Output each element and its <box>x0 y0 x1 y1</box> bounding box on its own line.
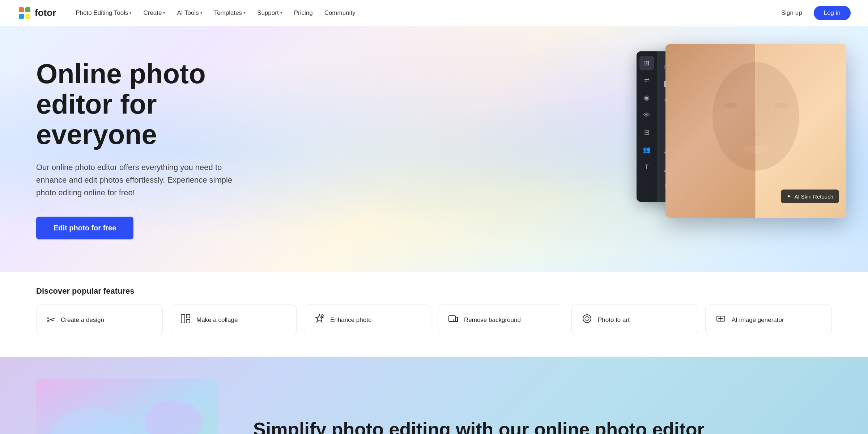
sidebar-people-icon[interactable]: 👥 <box>639 142 654 157</box>
feature-photo-to-art[interactable]: Photo to art <box>571 305 698 335</box>
svg-point-5 <box>712 62 799 171</box>
sidebar-text-icon[interactable]: T <box>639 160 654 174</box>
feature-create-design[interactable]: ✂ Create a design <box>36 305 163 335</box>
ai-badge-label: AI Skin Retouch <box>794 193 833 200</box>
photo-art-label: Photo to art <box>598 316 630 324</box>
sidebar-grid-icon[interactable]: ⊞ <box>639 56 654 70</box>
feature-ai-image-generator[interactable]: AI image generator <box>705 305 832 335</box>
signup-button[interactable]: Sign up <box>775 7 808 20</box>
ai-gen-label: AI image generator <box>732 316 784 324</box>
bottom-section: Simplify photo editing with our online p… <box>0 357 868 434</box>
svg-point-9 <box>743 145 769 153</box>
create-design-icon: ✂ <box>47 314 55 326</box>
hero-image-area: ⊞ ⇌ ◉ 👁 ⊟ 👥 T ⊡ Crop ⬜ Resize ↻ <box>637 44 846 232</box>
nav-ai-tools[interactable]: AI Tools ▾ <box>172 7 207 20</box>
nav-actions: Sign up Log in <box>775 6 851 20</box>
bottom-preview-image <box>36 379 217 434</box>
nav-create[interactable]: Create ▾ <box>138 7 170 20</box>
svg-rect-3 <box>19 14 24 19</box>
navigation: fotor Photo Editing Tools ▾ Create ▾ AI … <box>0 0 868 26</box>
panel-sidebar: ⊞ ⇌ ◉ 👁 ⊟ 👥 T <box>637 51 657 202</box>
nav-community[interactable]: Community <box>319 7 361 20</box>
bottom-text: Simplify photo editing with our online p… <box>253 418 705 434</box>
svg-point-7 <box>775 103 788 109</box>
nav-support[interactable]: Support ▾ <box>252 7 288 20</box>
svg-point-8 <box>752 132 760 137</box>
ai-gen-icon <box>716 314 726 326</box>
chevron-down-icon: ▾ <box>129 10 132 15</box>
svg-rect-10 <box>181 314 185 323</box>
hero-description: Our online photo editor offers everythin… <box>36 161 253 199</box>
svg-point-13 <box>321 315 323 317</box>
svg-rect-12 <box>186 319 190 323</box>
remove-bg-icon <box>448 314 458 326</box>
hero-content: Online photo editor for everyone Our onl… <box>0 30 289 268</box>
features-title: Discover popular features <box>36 272 832 305</box>
feature-enhance-photo[interactable]: Enhance photo <box>304 305 430 335</box>
login-button[interactable]: Log in <box>814 6 851 20</box>
svg-rect-14 <box>449 316 455 322</box>
sidebar-beauty-icon[interactable]: ◉ <box>639 90 654 105</box>
remove-bg-label: Remove background <box>464 316 521 324</box>
features-section: Discover popular features ✂ Create a des… <box>0 272 868 357</box>
collage-icon <box>180 314 191 326</box>
edit-photo-button[interactable]: Edit photo for free <box>36 217 133 239</box>
create-design-label: Create a design <box>61 316 104 324</box>
hero-section: Online photo editor for everyone Our onl… <box>0 26 868 272</box>
ai-badge-icon: ✦ <box>787 193 791 200</box>
bottom-title: Simplify photo editing with our online p… <box>253 418 705 434</box>
chevron-down-icon: ▾ <box>243 10 246 15</box>
logo-text: fotor <box>35 7 56 18</box>
nav-links: Photo Editing Tools ▾ Create ▾ AI Tools … <box>71 7 775 20</box>
chevron-down-icon: ▾ <box>163 10 165 15</box>
sidebar-eye-icon[interactable]: 👁 <box>639 108 654 122</box>
enhance-label: Enhance photo <box>330 316 371 324</box>
svg-rect-2 <box>25 7 30 12</box>
collage-label: Make a collage <box>196 316 238 324</box>
ai-skin-badge: ✦ AI Skin Retouch <box>781 190 839 203</box>
photo-art-icon <box>582 314 592 326</box>
feature-remove-background[interactable]: Remove background <box>438 305 564 335</box>
svg-rect-11 <box>186 314 190 318</box>
nav-templates[interactable]: Templates ▾ <box>209 7 251 20</box>
enhance-icon <box>314 314 324 326</box>
photo-preview: ✦ AI Skin Retouch <box>665 44 846 218</box>
nav-pricing[interactable]: Pricing <box>289 7 318 20</box>
nav-photo-editing-tools[interactable]: Photo Editing Tools ▾ <box>71 7 137 20</box>
sidebar-adjust-icon[interactable]: ⇌ <box>639 73 654 88</box>
svg-rect-1 <box>19 7 24 12</box>
features-grid: ✂ Create a design Make a collage Enhance… <box>36 305 832 335</box>
chevron-down-icon: ▾ <box>280 10 282 15</box>
hero-title: Online photo editor for everyone <box>36 59 253 149</box>
svg-rect-4 <box>25 14 30 19</box>
sidebar-crop-icon[interactable]: ⊟ <box>639 125 654 140</box>
svg-point-6 <box>724 103 737 109</box>
svg-point-15 <box>583 315 591 323</box>
logo[interactable]: fotor <box>17 6 56 20</box>
chevron-down-icon: ▾ <box>200 10 203 15</box>
feature-make-collage[interactable]: Make a collage <box>170 305 297 335</box>
